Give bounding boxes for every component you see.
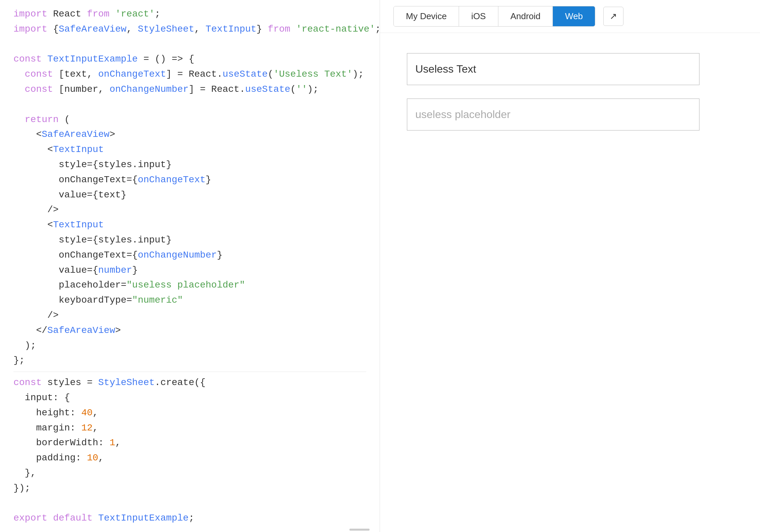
code-line: /> [13,308,366,323]
code-section-2: const styles = StyleSheet.create({ input… [13,375,366,526]
code-line: <TextInput [13,142,366,157]
tab-android[interactable]: Android [498,6,553,26]
tab-my-device[interactable]: My Device [394,6,459,26]
code-line: input: { [13,390,366,406]
code-line: export default TextInputExample; [13,511,366,526]
code-line: placeholder="useless placeholder" [13,278,366,293]
code-line: /> [13,202,366,218]
external-link-button[interactable]: ↗ [603,7,623,26]
code-line: value={number} [13,263,366,278]
device-tab-group: My Device iOS Android Web [393,6,595,27]
code-line: onChangeText={onChangeText} [13,173,366,188]
code-line: }); [13,481,366,496]
toolbar: My Device iOS Android Web ↗ [380,0,760,33]
text-input-2[interactable] [407,99,699,130]
horizontal-scrollbar[interactable] [349,529,370,531]
code-line: value={text} [13,188,366,203]
code-section-1: import React from 'react';import {SafeAr… [13,7,366,368]
preview-pane: My Device iOS Android Web ↗ [380,0,760,532]
tab-web[interactable]: Web [553,6,595,26]
code-line [13,97,366,112]
code-line: style={styles.input} [13,233,366,248]
code-line: const [number, onChangeNumber] = React.u… [13,82,366,97]
code-line: ); [13,338,366,353]
code-line: import React from 'react'; [13,7,366,22]
code-line: }, [13,466,366,481]
code-line: const styles = StyleSheet.create({ [13,375,366,390]
code-line: borderWidth: 1, [13,435,366,451]
code-line: style={styles.input} [13,157,366,173]
code-line: <SafeAreaView> [13,127,366,142]
code-line: keyboardType="numeric" [13,293,366,308]
code-line [13,496,366,511]
code-line: const TextInputExample = () => { [13,52,366,67]
code-editor[interactable]: import React from 'react';import {SafeAr… [0,0,380,532]
code-line: }; [13,353,366,368]
code-line: </SafeAreaView> [13,323,366,338]
code-line: height: 40, [13,406,366,421]
code-line: return ( [13,112,366,127]
code-line: onChangeText={onChangeNumber} [13,248,366,263]
code-line: const [text, onChangeText] = React.useSt… [13,67,366,82]
code-line [13,37,366,52]
code-line: margin: 12, [13,421,366,436]
code-line: import {SafeAreaView, StyleSheet, TextIn… [13,22,366,37]
tab-ios[interactable]: iOS [459,6,498,26]
code-line: padding: 10, [13,451,366,466]
code-line: <TextInput [13,218,366,233]
text-input-1[interactable] [407,53,699,85]
preview-content [380,33,760,151]
